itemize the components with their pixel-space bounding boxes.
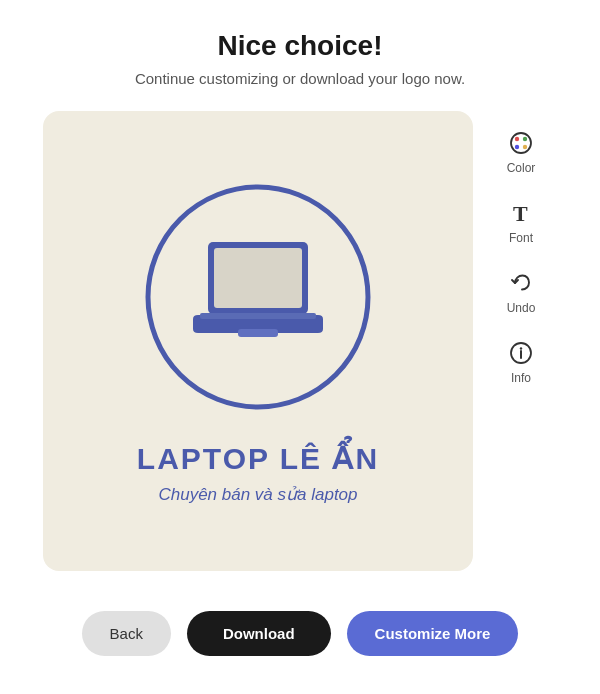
bottom-buttons: Back Download Customize More xyxy=(82,611,519,656)
svg-rect-2 xyxy=(214,248,302,308)
content-area: LAPTOP LÊ ẨN Chuyên bán và sửa laptop Co… xyxy=(0,111,600,571)
color-label: Color xyxy=(507,161,536,175)
svg-point-13 xyxy=(520,347,522,349)
customize-more-button[interactable]: Customize More xyxy=(347,611,519,656)
download-button[interactable]: Download xyxy=(187,611,331,656)
color-icon xyxy=(507,129,535,157)
font-label: Font xyxy=(509,231,533,245)
logo-text-sub: Chuyên bán và sửa laptop xyxy=(158,484,357,505)
tool-undo[interactable]: Undo xyxy=(485,259,557,325)
sidebar-tools: Color T Font Undo xyxy=(485,119,557,395)
font-icon: T xyxy=(507,199,535,227)
tool-info[interactable]: Info xyxy=(485,329,557,395)
logo-circle xyxy=(138,177,378,417)
logo-card: LAPTOP LÊ ẨN Chuyên bán và sửa laptop xyxy=(43,111,473,571)
info-icon xyxy=(507,339,535,367)
svg-point-8 xyxy=(515,145,519,149)
header-section: Nice choice! Continue customizing or dow… xyxy=(135,30,465,87)
back-button[interactable]: Back xyxy=(82,611,171,656)
svg-point-9 xyxy=(523,145,527,149)
info-label: Info xyxy=(511,371,531,385)
svg-point-5 xyxy=(511,133,531,153)
tool-font[interactable]: T Font xyxy=(485,189,557,255)
svg-point-6 xyxy=(515,137,519,141)
undo-icon xyxy=(507,269,535,297)
undo-label: Undo xyxy=(507,301,536,315)
tool-color[interactable]: Color xyxy=(485,119,557,185)
svg-text:T: T xyxy=(513,201,528,226)
logo-text-main: LAPTOP LÊ ẨN xyxy=(137,441,379,476)
page-subtitle: Continue customizing or download your lo… xyxy=(135,70,465,87)
page-title: Nice choice! xyxy=(135,30,465,62)
svg-rect-3 xyxy=(238,329,278,337)
svg-point-7 xyxy=(523,137,527,141)
svg-rect-4 xyxy=(200,313,316,319)
